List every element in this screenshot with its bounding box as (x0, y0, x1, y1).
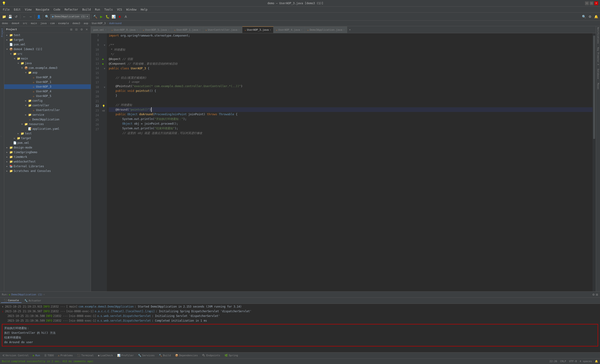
sidebar-collapse-btn[interactable]: ⊟ (74, 27, 78, 32)
breadcrumb-demo4[interactable]: demo4 (11, 22, 19, 25)
run-expand-btn[interactable]: ⊞ (596, 293, 598, 296)
tree-item[interactable]: ▼ 📁 src (4, 52, 91, 56)
tab-close-icon[interactable]: × (105, 28, 106, 31)
tree-item[interactable]: ▶ 📁 service (4, 112, 91, 117)
bottom-run[interactable]: ▶ Run (31, 354, 42, 357)
tabs-more-btn[interactable]: ▾ (347, 28, 353, 31)
tree-item[interactable]: ▶ ☕ UserAOP_3 (4, 84, 91, 89)
menu-help[interactable]: Help (139, 8, 149, 12)
tree-item[interactable]: ▼ 📁 java (4, 61, 91, 66)
toolbar-run-btn[interactable]: ▶ (99, 14, 104, 19)
menu-window[interactable]: Window (124, 8, 138, 12)
run-settings-btn[interactable]: ⚙ (592, 293, 595, 296)
tree-item[interactable]: ▶ 📄 pom.xml (4, 42, 91, 47)
tree-item[interactable]: ▶ 📁 test (4, 33, 91, 37)
tree-item[interactable]: ▶ 📁 timeWork (4, 155, 91, 159)
breadcrumb-demo[interactable]: demo (2, 22, 8, 25)
tree-item[interactable]: ▶ 📁 test (4, 131, 91, 136)
tree-item[interactable]: ▶ 📁 timeSpringDemo (4, 150, 91, 155)
tab-actuator[interactable]: 🔧 Actuator (22, 299, 44, 303)
sidebar-gear-btn[interactable]: ⚙ (79, 27, 84, 32)
breadcrumb-aop[interactable]: aop (84, 22, 88, 25)
toolbar-forward-btn[interactable]: → (28, 14, 33, 19)
status-encoding[interactable]: UTF-8 (569, 360, 577, 363)
tab-close-icon[interactable]: × (168, 28, 169, 31)
close-button[interactable]: ✕ (594, 1, 598, 5)
project-panel-icon[interactable]: Project (1, 28, 3, 37)
bottom-terminal[interactable]: ⬛ Terminal (75, 354, 96, 357)
tab-close-icon[interactable]: × (343, 28, 345, 31)
menu-build[interactable]: Build (80, 8, 93, 12)
notifications-icon[interactable]: Notifications (597, 27, 599, 44)
fold-icon[interactable]: ▼ (104, 44, 105, 46)
bottom-dependencies[interactable]: 📦 Dependencies (173, 354, 200, 357)
bottom-todo[interactable]: ☰ TODO (42, 354, 56, 357)
fold-icon-18[interactable]: ▼ (104, 86, 105, 89)
run-close-btn[interactable]: × (43, 293, 45, 296)
toolbar-translate-btn[interactable]: A (123, 14, 128, 19)
sidebar-expand-btn[interactable]: ⊞ (69, 27, 73, 32)
breadcrumb-example[interactable]: example (58, 22, 69, 25)
fold-icon-14[interactable]: ▼ (104, 67, 105, 70)
breadcrumb-demo3[interactable]: demo3 (72, 22, 80, 25)
tab-useraop3[interactable]: ☕ UserAOP_3.java × (242, 27, 274, 33)
bottom-build[interactable]: 🔨 Build (157, 354, 173, 357)
tree-item[interactable]: ▼ 📦 demo4 [demo3 (1)] (4, 47, 91, 52)
tab-close-icon[interactable]: × (238, 28, 240, 31)
tab-useraop5[interactable]: ☕ UserAOP_5.java × (141, 27, 172, 33)
tree-item[interactable]: ▼ 📁 controller (4, 103, 91, 108)
toolbar-user-btn[interactable]: 👤 (36, 14, 41, 19)
status-indent[interactable]: 4 spaces (580, 360, 592, 363)
bottom-spring[interactable]: 🌿 Spring (223, 354, 240, 357)
menu-refactor[interactable]: Refactor (63, 8, 80, 12)
tab-useraop4[interactable]: ☕ UserAOP_4.java × (273, 27, 305, 33)
toolbar-open-btn[interactable]: 📁 (1, 14, 7, 19)
menu-edit[interactable]: Edit (12, 8, 22, 12)
maximize-button[interactable]: □ (590, 1, 593, 5)
tree-item[interactable]: ▶ 📁 Scratches and Consoles (4, 169, 91, 173)
bottom-version-control[interactable]: ⑆ Version Control (1, 354, 30, 357)
tree-item[interactable]: ▶ ☕ UserAOP_5 (4, 94, 91, 98)
menu-run[interactable]: Run (93, 8, 102, 12)
breadcrumb-main[interactable]: main (31, 22, 37, 25)
breadcrumb-com[interactable]: com (50, 22, 55, 25)
tab-close-icon[interactable]: × (199, 28, 201, 31)
tree-item[interactable]: ▶ 📁 webSocketTest (4, 159, 91, 164)
bottom-services[interactable]: 🔧 Services (136, 354, 157, 357)
tab-pomxml[interactable]: pom.xml × (91, 27, 109, 33)
tree-item[interactable]: ▼ 📁 main (4, 56, 91, 61)
tab-close-icon[interactable]: × (301, 28, 302, 31)
toolbar-build-btn[interactable]: 🔨 (93, 14, 98, 19)
code-editor[interactable]: 7 8 9 10 11 12 13 14 15 16 17 18 19 20 2… (91, 33, 596, 291)
tree-item[interactable]: ▶ 📝 application.yaml (4, 127, 91, 131)
editor-scrollbar[interactable] (592, 33, 596, 291)
bottom-problems[interactable]: ⚠ Problems (56, 354, 75, 357)
toolbar-settings-btn[interactable]: ⚙ (587, 14, 592, 19)
tree-item[interactable]: ▶ 📁 config (4, 98, 91, 103)
code-area[interactable]: import org.springframework.stereotype.Co… (107, 33, 592, 291)
tree-item[interactable]: ▼ 📁 aop (4, 70, 91, 75)
tree-item[interactable]: ▶ 📁 design-mode (4, 145, 91, 150)
tree-item[interactable]: ▶ 📁 target (4, 136, 91, 141)
tree-item[interactable]: ▶ 📄 pom.xml (4, 141, 91, 145)
toolbar-save-btn[interactable]: 💾 (8, 14, 13, 19)
toolbar-search-all-btn[interactable]: 🔍 (581, 14, 586, 19)
tree-item[interactable]: ▶ ☕ Demo3Application (4, 117, 91, 122)
tab-close-icon[interactable]: × (136, 28, 138, 31)
status-line-ending[interactable]: CRLF (560, 360, 566, 363)
menu-view[interactable]: View (23, 8, 34, 12)
sidebar-close-btn[interactable]: ✕ (84, 27, 89, 32)
menu-file[interactable]: File (1, 8, 11, 12)
maven-icon[interactable]: Maven (597, 83, 599, 89)
breadcrumb-useraop3[interactable]: UserAOP_3 (92, 22, 106, 25)
tree-item[interactable]: ▶ ☕ UserController (4, 108, 91, 112)
tab-console[interactable]: ⬛ Console (1, 298, 22, 303)
minimize-button[interactable]: ─ (585, 1, 589, 5)
toolbar-stop-btn[interactable]: ■ (117, 14, 122, 19)
tab-usercontroller[interactable]: ☕ UserController.java × (203, 27, 242, 33)
tree-item[interactable]: ▶ 📚 External Libraries (4, 164, 91, 169)
breadcrumb-java[interactable]: java (41, 22, 47, 25)
bottom-endpoints[interactable]: 🔌 Endpoints (200, 354, 222, 357)
project-dropdown[interactable]: ● Demo3Application (1) ▾ (50, 14, 90, 19)
tree-item[interactable]: ▼ 📦 com.example.demo3 (4, 66, 91, 70)
